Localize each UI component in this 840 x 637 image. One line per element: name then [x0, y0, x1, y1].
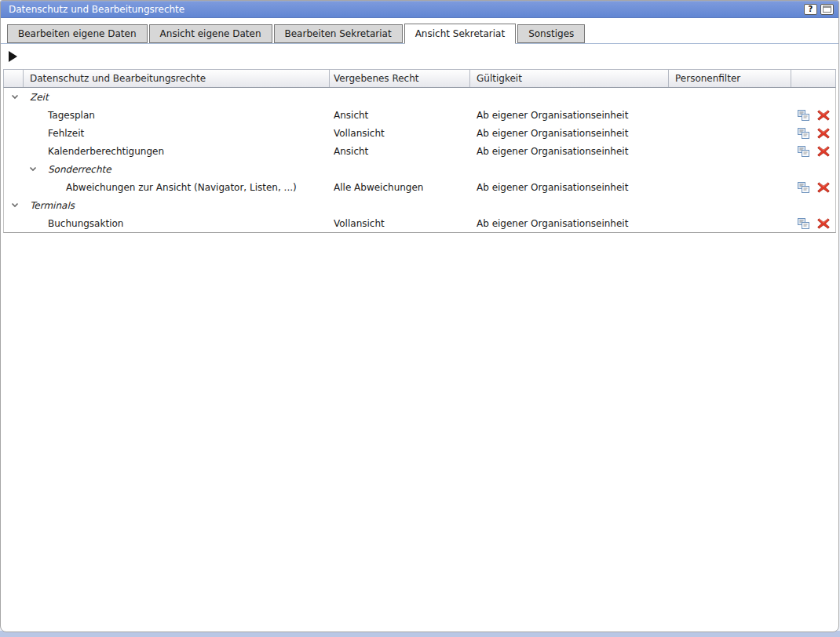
tree-cell: Buchungsaktion — [4, 218, 330, 229]
tree-item-row[interactable]: KalenderberechtigungenAnsichtAb eigener … — [4, 142, 835, 160]
tree-node-label: Zeit — [30, 92, 49, 103]
gueltigkeit-cell: Ab eigener Organisationseinheit — [470, 128, 669, 139]
tree-node-label: Buchungsaktion — [48, 218, 123, 229]
vergebenes-recht-cell: Vollansicht — [330, 218, 470, 229]
vergebenes-recht-cell: Ansicht — [330, 146, 470, 157]
tab-strip: Bearbeiten eigene DatenAnsicht eigene Da… — [1, 24, 838, 44]
tree-item-row[interactable]: FehlzeitVollansichtAb eigener Organisati… — [4, 124, 835, 142]
tree-group-row[interactable]: Sonderrechte — [4, 160, 835, 178]
tree-node-label: Kalenderberechtigungen — [48, 146, 164, 157]
gueltigkeit-cell: Ab eigener Organisationseinheit — [470, 218, 669, 229]
chevron-down-icon[interactable] — [11, 94, 30, 100]
delete-icon[interactable] — [817, 110, 830, 121]
tree-cell: Zeit — [4, 92, 330, 103]
tree-indent — [4, 187, 47, 187]
tree-group-row[interactable]: Terminals — [4, 196, 835, 214]
delete-icon[interactable] — [817, 218, 830, 229]
column-header-personenfilter: Personenfilter — [669, 70, 791, 87]
table-body: ZeitTagesplanAnsichtAb eigener Organisat… — [3, 88, 836, 233]
copy-icon[interactable] — [797, 181, 810, 194]
help-button[interactable]: ? — [804, 4, 817, 15]
tree-cell: Sonderrechte — [4, 164, 330, 175]
tree-item-row[interactable]: TagesplanAnsichtAb eigener Organisations… — [4, 106, 835, 124]
tree-indent — [4, 223, 29, 224]
toolbar — [1, 44, 838, 69]
window-title: Datenschutz und Bearbeitungsrechte — [9, 4, 801, 15]
column-header-vergebenes-recht: Vergebenes Recht — [330, 70, 470, 87]
tree-cell: Fehlzeit — [4, 128, 330, 139]
gueltigkeit-cell: Ab eigener Organisationseinheit — [470, 182, 669, 193]
expander-triangle-icon[interactable] — [9, 51, 17, 62]
vergebenes-recht-cell: Alle Abweichungen — [330, 182, 470, 193]
copy-icon[interactable] — [797, 109, 810, 122]
vergebenes-recht-cell: Vollansicht — [330, 128, 470, 139]
column-header-g-ltigkeit: Gültigkeit — [470, 70, 669, 87]
table-header-row: Datenschutz und BearbeitungsrechteVergeb… — [3, 69, 836, 88]
vergebenes-recht-cell: Ansicht — [330, 110, 470, 121]
titlebar: Datenschutz und Bearbeitungsrechte ? — [1, 1, 838, 18]
delete-icon[interactable] — [817, 146, 830, 157]
column-header-empty-0 — [4, 70, 24, 87]
tab-sonstiges[interactable]: Sonstiges — [517, 24, 585, 43]
tree-item-row[interactable]: Abweichungen zur Ansicht (Navigator, Lis… — [4, 178, 835, 196]
tree-cell: Terminals — [4, 200, 330, 211]
tree-group-row[interactable]: Zeit — [4, 88, 835, 106]
tree-indent — [4, 96, 11, 97]
tab-ansicht-eigene-daten[interactable]: Ansicht eigene Daten — [149, 24, 272, 43]
rights-table: Datenschutz und BearbeitungsrechteVergeb… — [3, 69, 836, 233]
tree-item-row[interactable]: BuchungsaktionVollansichtAb eigener Orga… — [4, 214, 835, 232]
actions-cell — [791, 145, 835, 158]
delete-icon[interactable] — [817, 182, 830, 193]
tree-indent — [4, 151, 29, 151]
window-icon — [823, 5, 831, 13]
tree-cell: Kalenderberechtigungen — [4, 146, 330, 157]
app-window: Datenschutz und Bearbeitungsrechte ? Bea… — [0, 0, 839, 632]
actions-cell — [791, 127, 835, 140]
copy-icon[interactable] — [797, 127, 810, 140]
column-header-datenschutz-und-bearbeitungsrechte: Datenschutz und Bearbeitungsrechte — [24, 70, 330, 87]
tree-node-label: Sonderrechte — [48, 164, 111, 175]
actions-cell — [791, 181, 835, 194]
delete-icon[interactable] — [817, 128, 830, 139]
actions-cell — [791, 109, 835, 122]
tree-node-label: Tagesplan — [48, 110, 95, 121]
tree-indent — [4, 169, 29, 169]
gueltigkeit-cell: Ab eigener Organisationseinheit — [470, 110, 669, 121]
tab-bearbeiten-sekretariat[interactable]: Bearbeiten Sekretariat — [274, 24, 403, 43]
copy-icon[interactable] — [797, 217, 810, 230]
tree-node-label: Fehlzeit — [48, 128, 84, 139]
tree-cell: Tagesplan — [4, 110, 330, 121]
chevron-down-icon[interactable] — [11, 202, 30, 208]
actions-cell — [791, 217, 835, 230]
tree-indent — [4, 205, 11, 206]
tree-indent — [4, 115, 29, 115]
chevron-down-icon[interactable] — [29, 166, 48, 172]
gueltigkeit-cell: Ab eigener Organisationseinheit — [470, 146, 669, 157]
tree-indent — [4, 133, 29, 133]
tree-cell: Abweichungen zur Ansicht (Navigator, Lis… — [4, 182, 330, 193]
tab-bearbeiten-eigene-daten[interactable]: Bearbeiten eigene Daten — [7, 24, 148, 43]
window-button[interactable] — [820, 4, 834, 15]
tree-node-label: Terminals — [30, 200, 75, 211]
tab-ansicht-sekretariat[interactable]: Ansicht Sekretariat — [404, 24, 517, 44]
column-header-empty-5 — [791, 70, 835, 87]
tree-node-label: Abweichungen zur Ansicht (Navigator, Lis… — [66, 182, 297, 193]
copy-icon[interactable] — [797, 145, 810, 158]
